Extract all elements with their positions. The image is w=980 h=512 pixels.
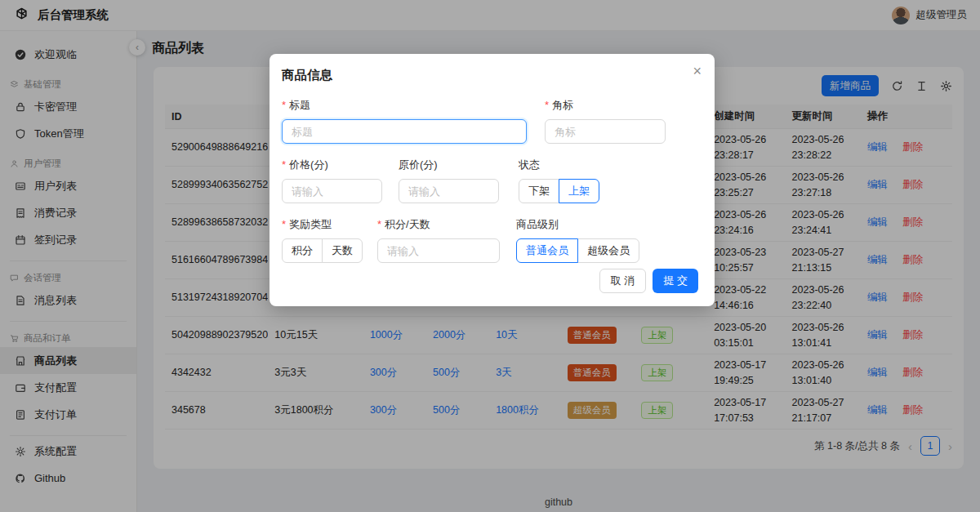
modal-title: 商品信息: [282, 67, 698, 84]
reward-type-option-points[interactable]: 积分: [282, 238, 323, 263]
level-radio-group: 普通会员 超级会员: [516, 238, 639, 263]
original-price-field-label: 原价(分): [399, 158, 499, 172]
close-icon[interactable]: ×: [693, 64, 702, 78]
badge-input[interactable]: [545, 119, 666, 144]
status-option-off[interactable]: 下架: [519, 179, 559, 203]
reward-type-radio-group: 积分 天数: [282, 238, 363, 263]
price-field-label: 价格(分): [282, 158, 382, 172]
title-field-label: 标题: [282, 98, 527, 113]
submit-button[interactable]: 提 交: [653, 269, 698, 293]
badge-field-label: 角标: [545, 98, 666, 113]
status-radio-group: 下架 上架: [519, 179, 599, 203]
level-option-normal[interactable]: 普通会员: [516, 238, 578, 263]
reward-type-field-label: 奖励类型: [282, 217, 363, 232]
title-input[interactable]: [282, 119, 527, 144]
original-price-input[interactable]: [399, 179, 499, 203]
product-info-modal: 商品信息 × 标题 角标 价格(分) 原价(分) 状态 下架 上架: [270, 54, 715, 306]
price-input[interactable]: [282, 179, 382, 203]
level-field-label: 商品级别: [516, 217, 639, 232]
points-input[interactable]: [377, 238, 500, 263]
level-option-super[interactable]: 超级会员: [577, 238, 639, 263]
points-field-label: 积分/天数: [377, 217, 500, 232]
modal-footer: 取 消 提 交: [282, 269, 698, 293]
cancel-button[interactable]: 取 消: [599, 269, 647, 293]
status-option-on[interactable]: 上架: [559, 179, 599, 203]
reward-type-option-days[interactable]: 天数: [322, 238, 363, 263]
status-field-label: 状态: [519, 158, 599, 172]
